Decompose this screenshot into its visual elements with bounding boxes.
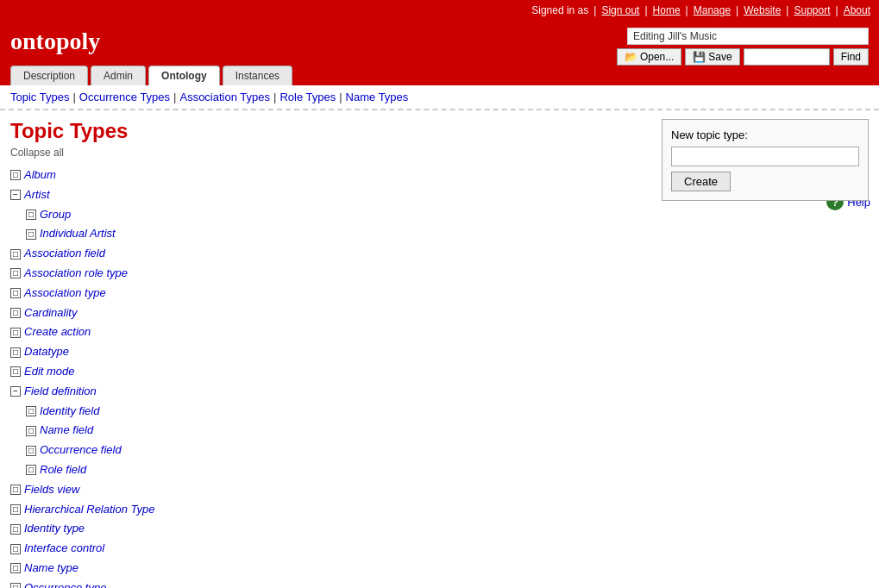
open-button[interactable]: 📂 Open... <box>617 48 681 66</box>
subnav-association-types[interactable]: Association Types <box>179 91 270 103</box>
link-datatype[interactable]: Datatype <box>24 343 69 361</box>
list-item: □ Edit mode <box>10 362 644 382</box>
expand-group[interactable]: □ <box>26 210 36 220</box>
save-button[interactable]: 💾 Save <box>685 48 739 66</box>
link-group[interactable]: Group <box>40 206 71 224</box>
link-create-action[interactable]: Create action <box>24 323 91 341</box>
subnav-role-types[interactable]: Role Types <box>279 91 336 103</box>
subnav-occurrence-types[interactable]: Occurrence Types <box>79 91 170 103</box>
link-name-field[interactable]: Name field <box>40 422 93 440</box>
expand-occurrence-field[interactable]: □ <box>26 446 36 456</box>
support-link[interactable]: Support <box>794 4 830 16</box>
link-individual-artist[interactable]: Individual Artist <box>40 225 116 243</box>
expand-identity-type[interactable]: □ <box>10 524 21 535</box>
find-button[interactable]: Find <box>833 48 869 66</box>
signed-in-text: Signed in as <box>531 4 588 16</box>
new-topic-type-input[interactable] <box>671 147 859 166</box>
link-role-field[interactable]: Role field <box>40 461 86 479</box>
expand-occurrence-type[interactable]: □ <box>10 583 21 588</box>
sign-out-link[interactable]: Sign out <box>601 4 639 16</box>
list-item: □ Datatype <box>10 342 644 362</box>
new-topic-type-label: New topic type: <box>671 128 859 141</box>
new-topic-box: New topic type: Create <box>662 119 869 201</box>
logo: ontopoly <box>10 28 100 62</box>
list-item: □ Create action <box>10 322 644 342</box>
content-area: Topic Types Collapse all □ Album − Artis… <box>10 119 869 588</box>
list-item: □ Association field <box>10 244 644 264</box>
expand-datatype[interactable]: □ <box>10 347 21 358</box>
list-item: □ Identity type <box>10 519 644 539</box>
list-item: □ Association role type <box>10 264 644 284</box>
tab-description[interactable]: Description <box>10 66 88 85</box>
folder-icon: 📂 <box>625 51 637 63</box>
editing-label: Editing Jill's Music <box>627 28 869 45</box>
expand-fields-view[interactable]: □ <box>10 485 21 495</box>
subnav-name-types[interactable]: Name Types <box>346 91 409 103</box>
list-item: □ Occurrence type <box>10 579 644 588</box>
expand-individual-artist[interactable]: □ <box>26 229 36 240</box>
link-association-field[interactable]: Association field <box>24 245 105 263</box>
expand-identity-field[interactable]: □ <box>26 406 36 416</box>
list-item: □ Fields view <box>10 480 644 500</box>
expand-hierarchical-relation-type[interactable]: □ <box>10 504 21 515</box>
link-interface-control[interactable]: Interface control <box>24 540 104 558</box>
link-hierarchical-relation-type[interactable]: Hierarchical Relation Type <box>24 501 155 519</box>
link-occurrence-field[interactable]: Occurrence field <box>40 441 122 460</box>
expand-name-type[interactable]: □ <box>10 563 21 573</box>
link-occurrence-type[interactable]: Occurrence type <box>24 579 106 588</box>
subnav-topic-types[interactable]: Topic Types <box>10 91 69 103</box>
link-fields-view[interactable]: Fields view <box>24 481 79 499</box>
list-item: − Artist <box>10 185 644 205</box>
expand-association-type[interactable]: □ <box>10 288 21 298</box>
tab-ontology[interactable]: Ontology <box>148 66 220 85</box>
list-item: − Field definition <box>10 382 644 402</box>
nav-tabs: Description Admin Ontology Instances <box>0 66 879 85</box>
about-link[interactable]: About <box>844 4 870 16</box>
save-icon: 💾 <box>693 51 706 63</box>
page-title: Topic Types <box>10 119 644 143</box>
list-item: □ Name type <box>10 559 644 579</box>
link-field-definition[interactable]: Field definition <box>24 383 97 401</box>
tab-admin[interactable]: Admin <box>91 66 146 85</box>
link-artist[interactable]: Artist <box>24 186 50 204</box>
manage-link[interactable]: Manage <box>694 4 731 16</box>
find-input[interactable] <box>744 48 830 66</box>
create-button[interactable]: Create <box>671 172 731 191</box>
sidebar-area: New topic type: Create <box>662 119 869 588</box>
expand-role-field[interactable]: □ <box>26 465 36 475</box>
expand-field-definition[interactable]: − <box>10 386 21 397</box>
top-bar: Signed in as | Sign out | Home | Manage … <box>0 0 879 21</box>
main-content: Topic Types Collapse all □ Album − Artis… <box>0 110 879 588</box>
expand-edit-mode[interactable]: □ <box>10 366 21 377</box>
expand-cardinality[interactable]: □ <box>10 308 21 318</box>
link-cardinality[interactable]: Cardinality <box>24 304 77 322</box>
link-name-type[interactable]: Name type <box>24 560 78 578</box>
home-link[interactable]: Home <box>653 4 681 16</box>
expand-association-field[interactable]: □ <box>10 249 21 260</box>
list-item: □ Album <box>10 166 644 185</box>
list-item: □ Cardinality <box>10 303 644 323</box>
website-link[interactable]: Website <box>744 4 781 16</box>
header: ontopoly Editing Jill's Music 📂 Open... … <box>0 21 879 66</box>
list-item: □ Role field <box>26 460 644 480</box>
list-item: □ Identity field <box>26 402 644 422</box>
link-album[interactable]: Album <box>24 166 56 185</box>
expand-name-field[interactable]: □ <box>26 426 36 436</box>
link-edit-mode[interactable]: Edit mode <box>24 363 75 381</box>
link-association-type[interactable]: Association type <box>24 285 106 303</box>
list-item: □ Name field <box>26 421 644 441</box>
expand-artist[interactable]: − <box>10 190 21 200</box>
sub-nav: Topic Types | Occurrence Types | Associa… <box>0 85 879 110</box>
link-association-role-type[interactable]: Association role type <box>24 265 128 283</box>
expand-album[interactable]: □ <box>10 170 21 180</box>
tab-instances[interactable]: Instances <box>223 66 292 85</box>
expand-interface-control[interactable]: □ <box>10 544 21 554</box>
list-item: □ Interface control <box>10 539 644 559</box>
expand-create-action[interactable]: □ <box>10 328 21 338</box>
collapse-all[interactable]: Collapse all <box>10 147 644 159</box>
tree-area: Topic Types Collapse all □ Album − Artis… <box>10 119 644 588</box>
expand-association-role-type[interactable]: □ <box>10 268 21 278</box>
list-item: □ Group <box>26 205 644 225</box>
link-identity-field[interactable]: Identity field <box>40 403 99 421</box>
link-identity-type[interactable]: Identity type <box>24 520 85 538</box>
